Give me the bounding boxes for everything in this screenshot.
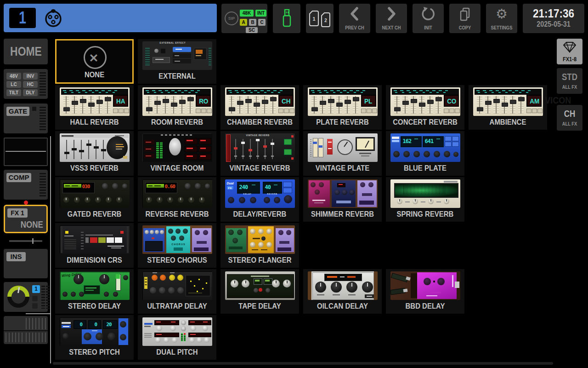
model-c-badge: C: [258, 19, 266, 26]
next-channel-button[interactable]: NEXT CH: [376, 4, 407, 33]
thumb-graphic: [196, 50, 203, 54]
fx-tile-dimension-crs[interactable]: DIMENSION CRS: [55, 223, 134, 268]
copy-label: COPY: [452, 25, 478, 30]
fx-tile-bbd-delay[interactable]: BBD DELAY: [386, 269, 464, 314]
thumb-graphic: [284, 195, 292, 203]
insert-block[interactable]: INS: [4, 249, 48, 278]
thumb-graphic: VINTAGE REVERB: [246, 134, 270, 137]
fx-tile-vss3-reverb[interactable]: VSS3 REVERB: [55, 131, 134, 176]
thumb-graphic: [63, 107, 70, 111]
fx-connector-line: [50, 136, 51, 363]
fx-tile-plate-reverb[interactable]: PLPLATE REVERB: [303, 85, 382, 130]
thumb-graphic: [320, 101, 326, 105]
fx-tile-label: OILCAN DELAY: [308, 302, 377, 311]
thumb-graphic: [393, 151, 400, 157]
page-tabs[interactable]: 1 2: [306, 4, 334, 33]
thumb-graphic: [445, 142, 452, 147]
pan-knob[interactable]: [7, 286, 29, 308]
fx-tile-hall-reverb[interactable]: HAHALL REVERB: [55, 85, 134, 130]
settings-button[interactable]: ⚙ SETTINGS: [486, 4, 517, 33]
channel-banner[interactable]: 1: [4, 4, 217, 32]
home-button[interactable]: HOME: [4, 39, 48, 64]
thumb-graphic: 40: [265, 184, 271, 190]
thumb-graphic: [274, 184, 277, 185]
fx-mix-slider[interactable]: [9, 240, 42, 242]
thumb-graphic: [234, 281, 235, 283]
fx-tile-ultratap-delay[interactable]: ULTRATAP DELAY: [138, 269, 216, 314]
thumb-graphic: [310, 138, 311, 156]
copy-button[interactable]: COPY: [449, 4, 481, 33]
fx-tile-tape-delay[interactable]: TAPE DELAY: [220, 269, 299, 314]
fx-tile-ambience[interactable]: AMAMBIENCE: [469, 85, 547, 130]
fx-tile-room-reverb[interactable]: ROROOM REVERB: [138, 85, 216, 130]
thumb-graphic: [252, 184, 255, 185]
thumb-graphic: [154, 49, 158, 53]
thumb-graphic: [270, 97, 277, 101]
thumb-graphic: [395, 92, 447, 93]
thumb-graphic: [340, 276, 345, 277]
thumb-graphic: [452, 275, 453, 287]
fx-tile-external[interactable]: EXTERNAL EFFECTEXTERNAL: [138, 39, 216, 84]
fx1-slot-selected[interactable]: FX 1 NONE: [4, 205, 48, 233]
fx-tile-stereo-chorus[interactable]: CHORUSSTEREO CHORUS: [138, 223, 216, 268]
input-block[interactable]: 48V INV LC HC TILT DLY: [4, 69, 48, 99]
fx-mix-slider-handle[interactable]: [32, 238, 34, 244]
thumb-graphic: [367, 296, 372, 297]
thumb-graphic: [194, 285, 195, 287]
thumb-graphic: [437, 278, 445, 285]
badge-lc: LC: [6, 81, 21, 88]
oilcan-thumbnail: [308, 271, 378, 300]
fx-tile-concert-reverb[interactable]: COCONCERT REVERB: [386, 85, 464, 130]
fx-tile-stereo-delay[interactable]: Wing DelaySTEREO DELAY: [55, 269, 134, 314]
thumb-graphic: [145, 230, 149, 234]
thumb-graphic: [261, 236, 266, 241]
thumb-graphic: [226, 134, 231, 162]
lcddelay-thumbnail: 030: [60, 179, 130, 208]
fx-tile-none[interactable]: ✕NONE: [55, 39, 134, 84]
pan-send-block[interactable]: 1: [4, 282, 48, 312]
fx-tile-gated-reverb[interactable]: 030GATED REVERB: [55, 177, 134, 222]
fx-tile-dual-pitch[interactable]: DUAL PITCH: [138, 315, 216, 360]
eq-display[interactable]: [4, 138, 48, 166]
fx-tile-spring-reverb[interactable]: SPRING REVERB: [386, 177, 464, 222]
channel-number: 1: [19, 8, 26, 28]
grid-scrollbar[interactable]: [53, 362, 553, 365]
fader-block[interactable]: [4, 316, 48, 344]
thumb-graphic: [291, 157, 294, 160]
status-panel[interactable]: SIP 48K INT A B C SC: [221, 4, 267, 33]
thumb-graphic: [322, 96, 323, 114]
thumb-graphic: [337, 139, 353, 155]
fx-tile-vintage-plate[interactable]: VINTAGE PLATE: [303, 131, 382, 176]
clock[interactable]: 21:17:36 2025-05-31: [523, 4, 584, 33]
thumb-graphic: [175, 55, 179, 56]
fx-tile-stereo-pitch[interactable]: 0020STEREO PITCH: [55, 315, 134, 360]
ins-label: INS: [6, 252, 26, 261]
fx-tile-vintage-reverb[interactable]: VINTAGE REVERBVINTAGE REVERB: [220, 131, 299, 176]
tab-ch-all-fx[interactable]: CH ALL FX: [557, 105, 582, 131]
prev-channel-button[interactable]: PREV CH: [339, 4, 370, 33]
fx-tile-chamber-reverb[interactable]: CHCHAMBER REVERB: [220, 85, 299, 130]
fx-tile-vintage-room[interactable]: VINTAGE ROOM: [138, 131, 216, 176]
thumb-graphic: [123, 275, 128, 280]
fx-tile-oilcan-delay[interactable]: OILCAN DELAY: [303, 269, 382, 314]
fx-tile-shimmer-reverb[interactable]: SHIMMER REVERB: [303, 177, 382, 222]
tab-std-all-fx[interactable]: STD ALL FX: [557, 68, 582, 94]
init-button[interactable]: INIT: [413, 4, 444, 33]
thumb-graphic: [62, 292, 68, 297]
thumb-graphic: REVERB: [267, 193, 278, 195]
fx-tile-reverse-reverb[interactable]: 0.60REVERSE REVERB: [138, 177, 216, 222]
fx-tile-blue-plate[interactable]: 162641BLUE PLATE: [386, 131, 464, 176]
bus-badge: 1: [32, 285, 40, 293]
thumb-graphic: [411, 99, 417, 103]
comp-block[interactable]: COMP: [4, 170, 48, 200]
fx-tile-delay-reverb[interactable]: DualFX24040DELAYREVERBDELAY/REVERB: [220, 177, 299, 222]
thumb-graphic: [433, 281, 435, 282]
thumb-graphic: [347, 276, 356, 278]
sip-label: SIP: [228, 16, 235, 21]
tab-fx1-8[interactable]: FX1-8: [557, 39, 582, 64]
usb-status[interactable]: [273, 4, 300, 33]
thumb-graphic: [405, 96, 406, 114]
thumb-graphic: [234, 147, 237, 150]
fx-tile-stereo-flanger[interactable]: STEREO FLANGER: [220, 223, 299, 268]
gate-block[interactable]: GATE: [4, 104, 48, 133]
